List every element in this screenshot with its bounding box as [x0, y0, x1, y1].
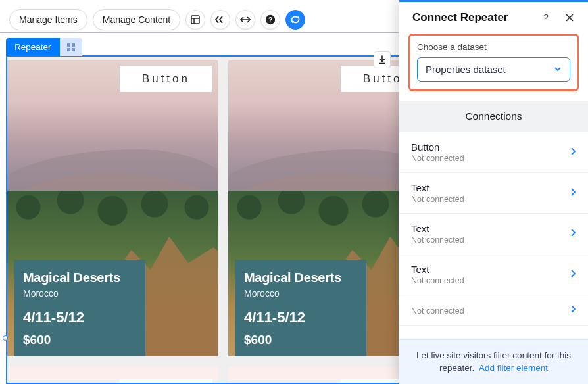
element-tag-aux-icon[interactable] [60, 38, 82, 56]
connection-row[interactable]: Button Not connected [399, 132, 588, 173]
card-price: $600 [23, 333, 136, 347]
selection-handle[interactable] [3, 335, 8, 341]
manage-items-button[interactable]: Manage Items [9, 9, 87, 30]
help-icon[interactable]: ? [260, 10, 280, 30]
panel-title: Connect Repeater [412, 11, 535, 24]
dataset-value: Properties dataset [426, 64, 506, 75]
svg-rect-8 [67, 48, 70, 51]
connect-repeater-panel: Connect Repeater ? Choose a dataset Prop… [399, 0, 588, 384]
chevron-right-icon [570, 187, 576, 199]
chevron-right-icon [570, 304, 576, 316]
connection-title: Text [411, 264, 570, 275]
connection-status: Not connected [411, 154, 570, 163]
svg-text:?: ? [268, 16, 272, 24]
card-title: Magical Deserts [244, 270, 357, 285]
chevron-right-icon [570, 147, 576, 158]
card-location: Morocco [244, 288, 357, 299]
card-info: Magical Deserts Morocco 4/11-5/12 $600 [235, 260, 366, 356]
card-price: $600 [244, 333, 357, 347]
connection-row[interactable]: Text Not connected [399, 254, 588, 295]
connection-title: Button [411, 141, 570, 153]
connection-status: Not connected [411, 306, 570, 316]
card-info: Magical Deserts Morocco 4/11-5/12 $600 [14, 260, 145, 356]
animation-icon[interactable] [210, 10, 230, 30]
stretch-icon[interactable] [235, 10, 255, 30]
connection-row[interactable]: Text Not connected [399, 214, 588, 254]
connection-row[interactable]: Text Not connected [399, 173, 588, 214]
svg-rect-9 [72, 48, 75, 51]
add-filter-link[interactable]: Add filter element [479, 363, 548, 373]
divider [0, 32, 399, 33]
svg-rect-0 [191, 16, 199, 24]
connections-header: Connections [399, 101, 588, 132]
connection-row[interactable]: Not connected [399, 295, 588, 326]
card-title: Magical Deserts [23, 270, 136, 285]
manage-content-button[interactable]: Manage Content [93, 9, 181, 30]
connect-data-icon[interactable] [285, 10, 305, 30]
card-button[interactable]: Button [120, 66, 212, 92]
panel-footer: Let live site visitors filter content fo… [399, 339, 588, 384]
layout-icon[interactable] [185, 10, 205, 30]
svg-text:?: ? [543, 12, 548, 22]
card-dates: 4/11-5/12 [244, 309, 357, 326]
element-tag-repeater[interactable]: Repeater [6, 38, 60, 56]
repeater-item[interactable]: Button [7, 367, 218, 384]
repeater-item[interactable]: Button Magical Deserts Morocco 4/11-5/12… [7, 60, 218, 356]
download-icon[interactable] [374, 51, 391, 68]
svg-rect-7 [72, 43, 75, 47]
connection-status: Not connected [411, 195, 570, 204]
svg-rect-6 [67, 43, 70, 47]
chevron-down-icon [554, 64, 562, 75]
card-dates: 4/11-5/12 [23, 309, 136, 326]
dataset-highlight: Choose a dataset Properties dataset [408, 34, 579, 91]
dataset-label: Choose a dataset [417, 42, 570, 52]
connection-title: Text [411, 182, 570, 193]
chevron-right-icon [570, 228, 576, 240]
dataset-select[interactable]: Properties dataset [417, 57, 570, 82]
panel-help-icon[interactable]: ? [539, 11, 552, 24]
card-button[interactable]: Button [120, 379, 212, 384]
connection-status: Not connected [411, 276, 570, 285]
card-location: Morocco [23, 288, 136, 299]
connections-list: Button Not connected Text Not connected … [399, 132, 588, 326]
connection-status: Not connected [411, 235, 570, 245]
panel-close-icon[interactable] [563, 11, 576, 24]
chevron-right-icon [570, 269, 576, 281]
connection-title: Text [411, 223, 570, 234]
